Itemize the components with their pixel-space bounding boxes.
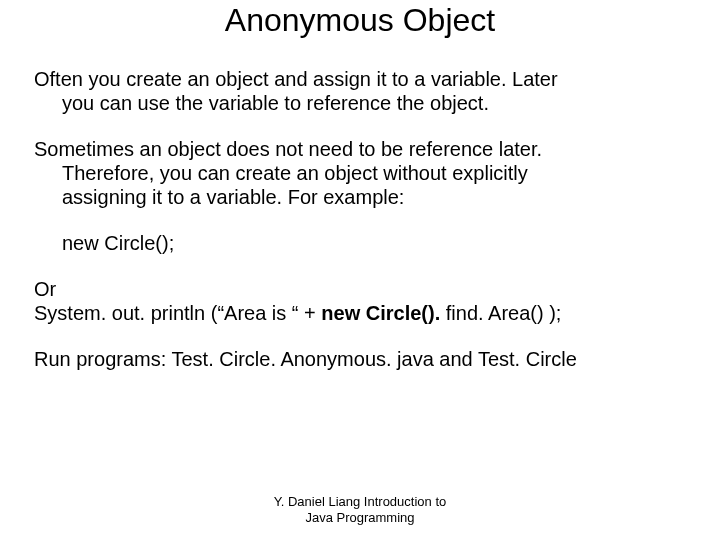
p2-line-a: Sometimes an object does not need to be … [34, 138, 542, 160]
paragraph-1: Often you create an object and assign it… [34, 67, 686, 115]
sys-bold: new Circle(). [321, 302, 445, 324]
code-example-1: new Circle(); [34, 231, 686, 255]
footer: Y. Daniel Liang Introduction to Java Pro… [0, 494, 720, 527]
or-label: Or [34, 278, 56, 300]
run-text: Run programs: Test. Circle. Anonymous. j… [34, 348, 577, 370]
p2-line-c: assigning it to a variable. For example: [34, 185, 686, 209]
footer-line-1: Y. Daniel Liang Introduction to [0, 494, 720, 510]
paragraph-2: Sometimes an object does not need to be … [34, 137, 686, 255]
sys-post: find. Area() ); [446, 302, 562, 324]
sys-pre: System. out. println (“Area is “ + [34, 302, 321, 324]
footer-line-2: Java Programming [0, 510, 720, 526]
p1-line-a: Often you create an object and assign it… [34, 68, 558, 90]
paragraph-run: Run programs: Test. Circle. Anonymous. j… [34, 347, 686, 371]
p1-line-b: you can use the variable to reference th… [34, 91, 686, 115]
paragraph-3: Or System. out. println (“Area is “ + ne… [34, 277, 686, 325]
slide-body: Often you create an object and assign it… [0, 67, 720, 371]
slide-title: Anonymous Object [0, 2, 720, 39]
p2-line-b: Therefore, you can create an object with… [34, 161, 686, 185]
